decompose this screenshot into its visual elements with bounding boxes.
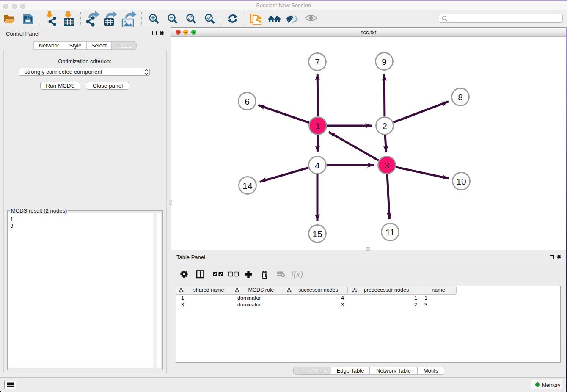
svg-text:1: 1 [315,121,320,131]
svg-text:4: 4 [315,160,320,170]
svg-text:f(x): f(x) [291,270,303,279]
svg-text:3: 3 [384,160,389,170]
svg-text:10: 10 [456,177,466,186]
svg-text:9: 9 [382,57,387,66]
svg-text:8: 8 [458,92,463,102]
svg-text:15: 15 [312,229,322,239]
svg-text:7: 7 [315,57,320,67]
svg-text:11: 11 [385,227,395,237]
svg-text:2: 2 [382,121,387,131]
svg-text:6: 6 [245,97,250,106]
svg-text:14: 14 [242,181,253,190]
